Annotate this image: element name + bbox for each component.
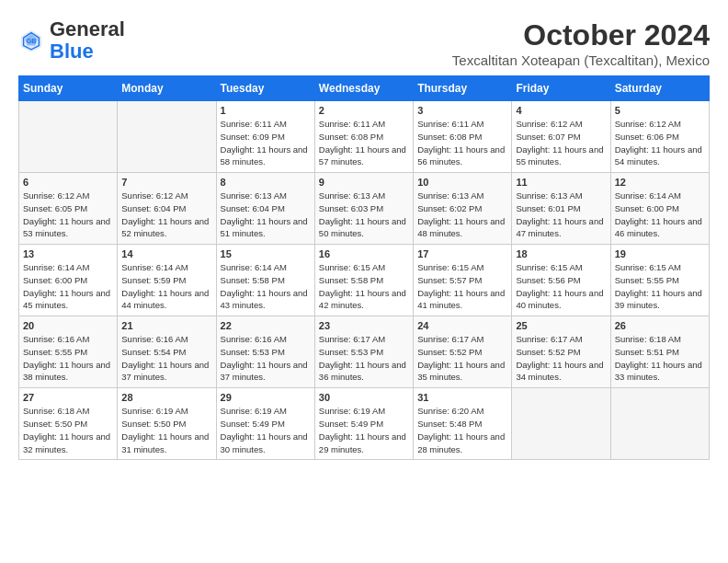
logo-icon: GB [18,28,44,53]
day-number: 19 [615,248,705,259]
day-number: 29 [221,392,311,403]
calendar-cell: 16Sunrise: 6:15 AMSunset: 5:58 PMDayligh… [314,245,413,316]
day-info: Sunrise: 6:13 AMSunset: 6:01 PMDaylight:… [516,190,606,240]
day-number: 1 [221,105,311,116]
day-number: 14 [121,248,211,259]
col-friday: Friday [512,76,610,101]
day-info: Sunrise: 6:16 AMSunset: 5:53 PMDaylight:… [221,333,311,384]
day-info: Sunrise: 6:14 AMSunset: 6:00 PMDaylight:… [23,261,113,312]
day-info: Sunrise: 6:13 AMSunset: 6:04 PMDaylight:… [221,190,311,240]
day-number: 13 [23,248,113,259]
calendar-cell: 12Sunrise: 6:14 AMSunset: 6:00 PMDayligh… [610,173,709,245]
logo-general: General [50,17,125,40]
day-number: 2 [319,105,409,116]
calendar-cell: 13Sunrise: 6:14 AMSunset: 6:00 PMDayligh… [19,245,118,316]
calendar-cell [19,101,118,173]
page: GB General Blue October 2024 Texcaltitan… [0,0,728,469]
day-info: Sunrise: 6:19 AMSunset: 5:49 PMDaylight:… [221,405,311,455]
col-monday: Monday [118,76,216,101]
day-info: Sunrise: 6:15 AMSunset: 5:55 PMDaylight:… [615,261,705,312]
calendar-header-row: Sunday Monday Tuesday Wednesday Thursday… [19,76,710,101]
logo: GB General Blue [18,18,125,63]
calendar-cell: 17Sunrise: 6:15 AMSunset: 5:57 PMDayligh… [414,245,512,316]
calendar-cell: 9Sunrise: 6:13 AMSunset: 6:03 PMDaylight… [314,173,413,245]
day-info: Sunrise: 6:18 AMSunset: 5:50 PMDaylight:… [23,405,113,455]
day-number: 17 [417,248,507,259]
day-info: Sunrise: 6:17 AMSunset: 5:53 PMDaylight:… [319,333,409,384]
day-info: Sunrise: 6:14 AMSunset: 5:59 PMDaylight:… [121,261,211,312]
day-info: Sunrise: 6:11 AMSunset: 6:08 PMDaylight:… [319,118,409,168]
day-info: Sunrise: 6:14 AMSunset: 6:00 PMDaylight:… [615,190,705,240]
day-info: Sunrise: 6:11 AMSunset: 6:08 PMDaylight:… [417,118,507,168]
calendar-week-row-3: 20Sunrise: 6:16 AMSunset: 5:55 PMDayligh… [19,316,710,388]
day-number: 6 [23,177,113,188]
calendar-cell: 26Sunrise: 6:18 AMSunset: 5:51 PMDayligh… [610,316,709,388]
logo-text: General Blue [50,18,125,63]
calendar-cell [610,388,709,460]
calendar-cell [118,101,216,173]
calendar-cell: 11Sunrise: 6:13 AMSunset: 6:01 PMDayligh… [512,173,610,245]
day-info: Sunrise: 6:11 AMSunset: 6:09 PMDaylight:… [221,118,311,168]
calendar-cell: 14Sunrise: 6:14 AMSunset: 5:59 PMDayligh… [118,245,216,316]
day-info: Sunrise: 6:17 AMSunset: 5:52 PMDaylight:… [417,333,507,384]
calendar-cell: 10Sunrise: 6:13 AMSunset: 6:02 PMDayligh… [414,173,512,245]
calendar-cell [512,388,610,460]
calendar-cell: 29Sunrise: 6:19 AMSunset: 5:49 PMDayligh… [216,388,314,460]
day-info: Sunrise: 6:19 AMSunset: 5:50 PMDaylight:… [121,405,211,455]
day-number: 21 [121,320,211,331]
day-number: 4 [516,105,606,116]
calendar-cell: 23Sunrise: 6:17 AMSunset: 5:53 PMDayligh… [314,316,413,388]
day-number: 27 [23,392,113,403]
calendar-cell: 20Sunrise: 6:16 AMSunset: 5:55 PMDayligh… [19,316,118,388]
day-number: 7 [121,177,211,188]
calendar-cell: 6Sunrise: 6:12 AMSunset: 6:05 PMDaylight… [19,173,118,245]
col-thursday: Thursday [414,76,512,101]
calendar-week-row-4: 27Sunrise: 6:18 AMSunset: 5:50 PMDayligh… [19,388,710,460]
day-info: Sunrise: 6:15 AMSunset: 5:58 PMDaylight:… [319,261,409,312]
day-info: Sunrise: 6:17 AMSunset: 5:52 PMDaylight:… [516,333,606,384]
day-number: 24 [417,320,507,331]
day-info: Sunrise: 6:16 AMSunset: 5:54 PMDaylight:… [121,333,211,384]
col-wednesday: Wednesday [314,76,413,101]
day-number: 18 [516,248,606,259]
calendar-cell: 22Sunrise: 6:16 AMSunset: 5:53 PMDayligh… [216,316,314,388]
day-number: 10 [417,177,507,188]
calendar-cell: 31Sunrise: 6:20 AMSunset: 5:48 PMDayligh… [414,388,512,460]
day-number: 12 [615,177,705,188]
col-tuesday: Tuesday [216,76,314,101]
day-number: 15 [221,248,311,259]
day-number: 26 [615,320,705,331]
header: GB General Blue October 2024 Texcaltitan… [18,18,710,68]
calendar-table: Sunday Monday Tuesday Wednesday Thursday… [18,75,710,460]
col-saturday: Saturday [610,76,709,101]
calendar-cell: 19Sunrise: 6:15 AMSunset: 5:55 PMDayligh… [610,245,709,316]
day-info: Sunrise: 6:16 AMSunset: 5:55 PMDaylight:… [23,333,113,384]
calendar-cell: 18Sunrise: 6:15 AMSunset: 5:56 PMDayligh… [512,245,610,316]
day-number: 31 [417,392,507,403]
col-sunday: Sunday [19,76,118,101]
day-info: Sunrise: 6:12 AMSunset: 6:04 PMDaylight:… [121,190,211,240]
day-number: 25 [516,320,606,331]
location-subtitle: Texcaltitan Xoteapan (Texcaltitan), Mexi… [452,52,710,68]
day-number: 22 [221,320,311,331]
svg-text:GB: GB [27,38,37,44]
day-number: 5 [615,105,705,116]
calendar-cell: 28Sunrise: 6:19 AMSunset: 5:50 PMDayligh… [118,388,216,460]
day-info: Sunrise: 6:12 AMSunset: 6:06 PMDaylight:… [615,118,705,168]
day-number: 11 [516,177,606,188]
calendar-week-row-0: 1Sunrise: 6:11 AMSunset: 6:09 PMDaylight… [19,101,710,173]
calendar-cell: 7Sunrise: 6:12 AMSunset: 6:04 PMDaylight… [118,173,216,245]
calendar-cell: 5Sunrise: 6:12 AMSunset: 6:06 PMDaylight… [610,101,709,173]
day-info: Sunrise: 6:12 AMSunset: 6:07 PMDaylight:… [516,118,606,168]
calendar-week-row-1: 6Sunrise: 6:12 AMSunset: 6:05 PMDaylight… [19,173,710,245]
day-number: 23 [319,320,409,331]
month-title: October 2024 [452,18,710,52]
calendar-cell: 3Sunrise: 6:11 AMSunset: 6:08 PMDaylight… [414,101,512,173]
calendar-cell: 30Sunrise: 6:19 AMSunset: 5:49 PMDayligh… [314,388,413,460]
calendar-cell: 8Sunrise: 6:13 AMSunset: 6:04 PMDaylight… [216,173,314,245]
calendar-cell: 1Sunrise: 6:11 AMSunset: 6:09 PMDaylight… [216,101,314,173]
day-number: 28 [121,392,211,403]
day-number: 8 [221,177,311,188]
calendar-cell: 25Sunrise: 6:17 AMSunset: 5:52 PMDayligh… [512,316,610,388]
day-number: 16 [319,248,409,259]
